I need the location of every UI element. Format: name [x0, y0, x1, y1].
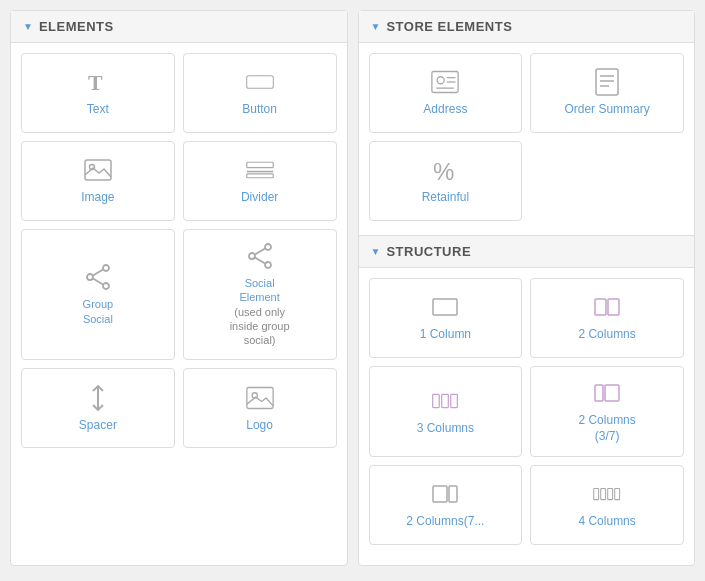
elements-chevron-icon: ▼ [23, 21, 33, 32]
structure-grid: 1 Column 2 Columns [359, 268, 695, 555]
svg-rect-6 [246, 174, 272, 178]
svg-rect-37 [605, 385, 619, 401]
element-label-3-columns: 3 Columns [417, 421, 474, 437]
element-card-logo[interactable]: Logo [183, 368, 337, 448]
svg-rect-18 [247, 387, 273, 408]
element-card-address[interactable]: Address [369, 53, 523, 133]
col2-icon [593, 293, 621, 321]
svg-point-21 [438, 77, 445, 84]
element-label-social-element: SocialElement(used onlyinside groupsocia… [230, 276, 290, 347]
col2-37-icon [593, 379, 621, 407]
element-label-2-columns: 2 Columns [578, 327, 635, 343]
image-icon [84, 156, 112, 184]
element-card-retainful[interactable]: % Retainful [369, 141, 523, 221]
element-card-button[interactable]: Button [183, 53, 337, 133]
main-container: ▼ ELEMENTS T Text Button [10, 10, 695, 566]
svg-rect-30 [433, 299, 457, 315]
element-card-1-column[interactable]: 1 Column [369, 278, 523, 358]
element-label-group-social: GroupSocial [83, 297, 114, 326]
element-label-address: Address [423, 102, 467, 118]
element-card-3-columns[interactable]: 3 Columns [369, 366, 523, 457]
svg-rect-1 [246, 76, 273, 89]
store-panel: ▼ STORE ELEMENTS Address [358, 10, 696, 566]
svg-point-13 [249, 253, 255, 259]
svg-rect-40 [594, 489, 599, 500]
address-icon [431, 68, 459, 96]
percent-icon: % [431, 156, 459, 184]
svg-point-8 [87, 274, 93, 280]
svg-rect-43 [615, 489, 620, 500]
element-card-image[interactable]: Image [21, 141, 175, 221]
element-label-image: Image [81, 190, 114, 206]
divider-icon [246, 156, 274, 184]
button-icon [246, 68, 274, 96]
svg-rect-25 [596, 69, 618, 95]
store-header: ▼ STORE ELEMENTS [359, 11, 695, 43]
store-elements-grid: Address Order Summary % [359, 43, 695, 231]
text-icon: T [84, 68, 112, 96]
structure-title: STRUCTURE [386, 244, 471, 259]
element-card-4-columns[interactable]: 4 Columns [530, 465, 684, 545]
svg-rect-4 [246, 162, 272, 167]
element-card-2-columns-37[interactable]: 2 Columns(3/7) [530, 366, 684, 457]
col2-7-icon [431, 480, 459, 508]
col3-icon [431, 387, 459, 415]
store-chevron-icon: ▼ [371, 21, 381, 32]
element-label-text: Text [87, 102, 109, 118]
svg-rect-2 [85, 160, 111, 180]
element-label-spacer: Spacer [79, 418, 117, 434]
svg-line-16 [255, 258, 265, 264]
svg-line-11 [93, 279, 103, 285]
svg-rect-42 [608, 489, 613, 500]
element-label-order-summary: Order Summary [564, 102, 649, 118]
elements-panel: ▼ ELEMENTS T Text Button [10, 10, 348, 566]
svg-point-14 [265, 262, 271, 268]
col1-icon [431, 293, 459, 321]
svg-line-15 [255, 249, 265, 255]
group-social-icon [84, 263, 112, 291]
svg-rect-38 [433, 486, 447, 502]
element-card-text[interactable]: T Text [21, 53, 175, 133]
svg-rect-36 [595, 385, 603, 401]
structure-chevron-icon: ▼ [371, 246, 381, 257]
logo-icon [246, 384, 274, 412]
element-card-divider[interactable]: Divider [183, 141, 337, 221]
element-card-order-summary[interactable]: Order Summary [530, 53, 684, 133]
element-card-spacer[interactable]: Spacer [21, 368, 175, 448]
col4-icon [593, 480, 621, 508]
svg-rect-35 [451, 394, 458, 407]
element-card-2-columns-7[interactable]: 2 Columns(7... [369, 465, 523, 545]
element-label-retainful: Retainful [422, 190, 469, 206]
element-card-2-columns[interactable]: 2 Columns [530, 278, 684, 358]
elements-header: ▼ ELEMENTS [11, 11, 347, 43]
element-card-social-element[interactable]: SocialElement(used onlyinside groupsocia… [183, 229, 337, 360]
svg-rect-31 [595, 299, 606, 315]
svg-rect-33 [433, 394, 440, 407]
svg-point-12 [265, 244, 271, 250]
elements-title: ELEMENTS [39, 19, 114, 34]
elements-grid: T Text Button [11, 43, 347, 458]
element-label-4-columns: 4 Columns [578, 514, 635, 530]
element-card-group-social[interactable]: GroupSocial [21, 229, 175, 360]
svg-rect-41 [601, 489, 606, 500]
svg-rect-32 [608, 299, 619, 315]
order-summary-icon [593, 68, 621, 96]
store-title: STORE ELEMENTS [386, 19, 512, 34]
svg-rect-34 [442, 394, 449, 407]
svg-text:%: % [433, 158, 454, 184]
svg-point-9 [103, 283, 109, 289]
structure-header: ▼ STRUCTURE [359, 235, 695, 268]
element-label-2-columns-7: 2 Columns(7... [406, 514, 484, 530]
svg-line-10 [93, 270, 103, 276]
element-label-1-column: 1 Column [420, 327, 471, 343]
element-label-2-columns-37: 2 Columns(3/7) [578, 413, 635, 444]
svg-text:T: T [88, 70, 103, 95]
svg-point-7 [103, 265, 109, 271]
element-label-logo: Logo [246, 418, 273, 434]
element-label-button: Button [242, 102, 277, 118]
social-element-icon [246, 242, 274, 270]
spacer-icon [84, 384, 112, 412]
svg-rect-39 [449, 486, 457, 502]
element-label-divider: Divider [241, 190, 278, 206]
